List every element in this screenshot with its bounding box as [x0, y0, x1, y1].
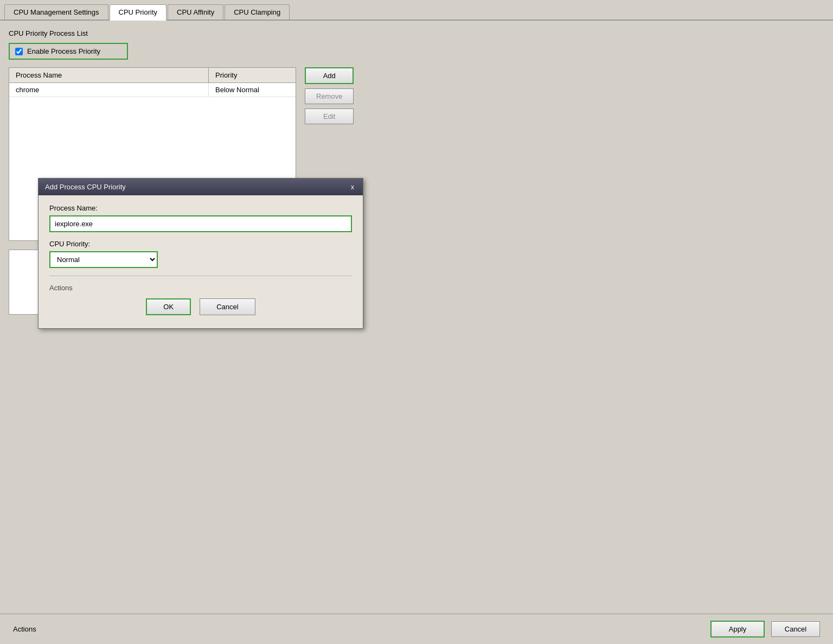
add-process-dialog: Add Process CPU Priority x Process Name:… [38, 178, 363, 329]
modal-actions-label: Actions [49, 284, 352, 292]
tab-cpu-affinity[interactable]: CPU Affinity [168, 4, 223, 20]
modal-titlebar: Add Process CPU Priority x [39, 178, 363, 195]
process-name-input[interactable] [49, 215, 352, 232]
modal-body: Process Name: CPU Priority: Realtime Hig… [39, 195, 363, 328]
tab-cpu-management[interactable]: CPU Management Settings [4, 4, 108, 20]
modal-button-row: OK Cancel [49, 298, 352, 320]
tab-bar: CPU Management Settings CPU Priority CPU… [0, 0, 833, 21]
tab-cpu-clamping[interactable]: CPU Clamping [225, 4, 290, 20]
modal-separator [49, 276, 352, 276]
cancel-dialog-button[interactable]: Cancel [200, 298, 255, 315]
main-cancel-button[interactable]: Cancel [771, 621, 820, 637]
cpu-priority-row: Realtime High Above Normal Normal Below … [49, 251, 352, 268]
modal-overlay: Add Process CPU Priority x Process Name:… [0, 21, 833, 614]
process-name-label: Process Name: [49, 204, 352, 212]
tab-cpu-priority[interactable]: CPU Priority [110, 4, 167, 21]
modal-title: Add Process CPU Priority [45, 183, 126, 191]
cpu-priority-label: CPU Priority: [49, 240, 352, 248]
modal-close-button[interactable]: x [349, 183, 356, 191]
content-area: CPU Priority Process List Enable Process… [0, 21, 833, 614]
cpu-priority-select[interactable]: Realtime High Above Normal Normal Below … [49, 251, 158, 268]
footer-actions-label: Actions [13, 625, 704, 633]
main-window: CPU Management Settings CPU Priority CPU… [0, 0, 833, 644]
ok-button[interactable]: OK [146, 298, 191, 315]
footer: Actions Apply Cancel [0, 614, 833, 644]
apply-button[interactable]: Apply [710, 621, 765, 637]
